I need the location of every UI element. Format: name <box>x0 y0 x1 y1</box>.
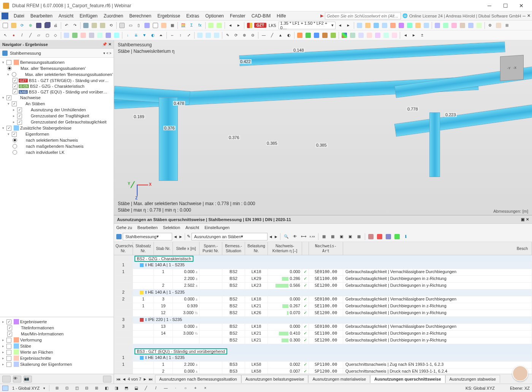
maximize-button[interactable]: ☐ <box>498 0 513 11</box>
rmenu-selektion[interactable]: Selektion <box>163 225 180 230</box>
view-e-icon[interactable] <box>467 22 475 29</box>
scale-a-icon[interactable]: ◄ <box>402 32 409 39</box>
tab-bemessung[interactable]: Ausnutzungen nach Bemessungssituation <box>155 375 241 383</box>
sb-14-icon[interactable]: ○ <box>182 384 189 392</box>
saveall-icon[interactable] <box>43 22 51 29</box>
results-pin-icon[interactable]: ▣ <box>521 217 524 221</box>
rtb-img2-icon[interactable]: ▦ <box>329 233 337 240</box>
dim-a-icon[interactable]: ↔ <box>168 32 176 39</box>
panel-close-icon[interactable]: ✕ <box>527 13 530 18</box>
nav-tab-1[interactable] <box>2 376 11 383</box>
rtb-ex3-icon[interactable] <box>385 233 392 240</box>
res-b-icon[interactable] <box>304 32 312 39</box>
menu-ansicht[interactable]: Ansicht <box>55 12 76 20</box>
tab-belastung[interactable]: Ausnutzungen belastungsweise <box>241 375 309 383</box>
rtb-img1-icon[interactable]: ▦ <box>320 233 328 240</box>
tree-ew[interactable]: Ergebniswerte <box>20 319 47 324</box>
tree-bs2[interactable]: BS2 - GZG - Charakteristisch <box>30 84 84 89</box>
open-icon[interactable] <box>10 22 17 29</box>
flag-icon[interactable] <box>246 22 253 29</box>
table-row[interactable]: 3 13 0.000 ± BS2 LK18 0.000 ✓ SE0100.00 … <box>114 324 532 330</box>
rtb-info-icon[interactable]: ℹ <box>402 233 410 240</box>
pager-next-icon[interactable]: ► <box>143 377 147 381</box>
results-drop-design[interactable]: Stahlbemessung ▾ <box>123 233 172 240</box>
render-c-icon[interactable] <box>357 32 365 39</box>
sb-13-icon[interactable]: ∙ <box>172 384 179 392</box>
menu-zuordnen[interactable]: Zuordnen <box>101 12 126 20</box>
results-table[interactable]: Querschn. Nr. Stabsatz Nr. Stab Nr. Stel… <box>114 242 532 374</box>
table-row[interactable]: 12 3.000 ½ BS2 LK26 0.070 ✓ SE1200.00 Ge… <box>114 310 532 317</box>
view-a-icon[interactable] <box>434 22 441 29</box>
view-b-icon[interactable] <box>442 22 450 29</box>
load-s-icon[interactable]: ▼ <box>141 32 148 39</box>
sb-4-icon[interactable]: ⊟ <box>83 384 90 392</box>
rmenu-ansicht[interactable]: Ansicht <box>185 225 199 230</box>
chart-icon[interactable] <box>160 22 168 29</box>
view-cube[interactable]: -Y -X <box>500 55 524 81</box>
scale-c-icon[interactable]: ± <box>418 32 426 39</box>
tree-aus-um[interactable]: Ausnutzung der Umhüllenden <box>31 107 86 112</box>
tree-eig1[interactable]: nach selektiertem Nachweis <box>26 138 78 142</box>
member-draw-icon[interactable]: ╱ <box>27 32 34 39</box>
nav-tab-4[interactable] <box>103 376 111 383</box>
render-e-icon[interactable] <box>374 32 382 39</box>
rmenu-bearbeiten[interactable]: Bearbeiten <box>138 225 158 230</box>
load-n-icon[interactable]: ↓ <box>124 32 131 39</box>
render-d-icon[interactable] <box>366 32 373 39</box>
rtb-ex2-icon[interactable] <box>376 233 383 240</box>
close-button[interactable]: ✕ <box>514 0 529 11</box>
sb-5-icon[interactable]: ⊞ <box>93 384 100 392</box>
navigator-subheader[interactable]: Stahlbemessung ▾ < > <box>0 49 114 58</box>
tree-vf[interactable]: Verformung <box>20 338 42 342</box>
support-icon[interactable]: ⏶ <box>157 32 165 39</box>
undo-icon[interactable]: ↶ <box>63 22 70 29</box>
table-row[interactable]: BS2 LK21 0.300 ✓ SE1200.00 Gebrauchstaug… <box>114 337 532 344</box>
dim-b-icon[interactable]: ↕ <box>177 32 184 39</box>
edit-d-icon[interactable]: ⊖ <box>249 32 256 39</box>
tree-bs3[interactable]: BS3 - GZT (EQU) - Ständig und vorüber… <box>29 90 107 94</box>
nav-prev-icon[interactable]: ◄ <box>226 22 234 29</box>
rmenu-einstellungen[interactable]: Einstellungen <box>204 225 230 230</box>
res-e-icon[interactable] <box>329 32 337 39</box>
rtb-eye-icon[interactable]: 👁 <box>291 233 299 240</box>
menu-fenster[interactable]: Fenster <box>227 12 249 20</box>
section-row-2[interactable]: 2 I HE 140 A | 1 - S235 <box>114 289 532 296</box>
nav-tab-2[interactable]: 👁 <box>13 376 21 383</box>
results-close-icon[interactable]: ✕ <box>526 217 529 221</box>
menu-extras[interactable]: Extras <box>183 12 202 20</box>
tree-nw[interactable]: Nachweise <box>20 95 41 100</box>
tree-an-st[interactable]: An Stäben <box>25 101 45 106</box>
rtb-xxx-icon[interactable]: x.xx <box>309 233 316 240</box>
res-c-icon[interactable] <box>313 32 320 39</box>
table-row[interactable]: 1 1 0.000 ± BS2 LK18 0.000 ✓ SE0100.00 G… <box>114 269 532 276</box>
sb-2-icon[interactable]: ⊡ <box>63 384 71 392</box>
menu-optionen[interactable]: Optionen <box>202 12 227 20</box>
pager-last-icon[interactable]: ⏭ <box>149 377 153 381</box>
new-icon[interactable] <box>2 22 9 29</box>
tile-h-icon[interactable]: ▭ <box>127 22 134 29</box>
rtb-ex1-icon[interactable] <box>367 233 375 240</box>
lc-next-icon[interactable]: ► <box>345 22 352 29</box>
rtb-img4-icon[interactable]: ▣ <box>347 233 354 240</box>
globe-icon[interactable]: ⊕ <box>27 22 34 29</box>
tile-v-icon[interactable]: ▯ <box>135 22 142 29</box>
view-c-icon[interactable] <box>450 22 458 29</box>
nav-pin-icon[interactable]: 📌 <box>102 42 107 46</box>
tree-wf[interactable]: Werte an Flächen <box>20 350 53 354</box>
tab-querschnitt[interactable]: Ausnutzungen querschnittsweise <box>370 375 445 383</box>
cube-icon[interactable] <box>82 22 90 29</box>
sel-a-icon[interactable] <box>63 32 70 39</box>
tab-stab[interactable]: Ausnutzungen stabweise <box>445 375 500 383</box>
panel-min-icon[interactable]: ─ <box>522 14 526 18</box>
draw-b-icon[interactable]: ╱ <box>268 32 276 39</box>
section-row-3[interactable]: 3 I IPE 220 | 1 - S235 <box>114 317 532 324</box>
sb-11-icon[interactable]: / <box>152 384 160 392</box>
box-icon[interactable]: ▦ <box>168 22 176 29</box>
tree-bem[interactable]: Bemessungssituationen <box>20 60 65 65</box>
sb-15-icon[interactable]: + <box>192 384 199 392</box>
tree-grenz-g[interactable]: Grenzzustand der Gebrauchstauglichkeit <box>31 120 106 124</box>
nav-tab-3[interactable]: 📷 <box>24 376 32 383</box>
arrow-icon[interactable]: ↖ <box>2 32 9 39</box>
minimize-button[interactable]: ─ <box>482 0 497 11</box>
sel-e-icon[interactable] <box>96 32 104 39</box>
